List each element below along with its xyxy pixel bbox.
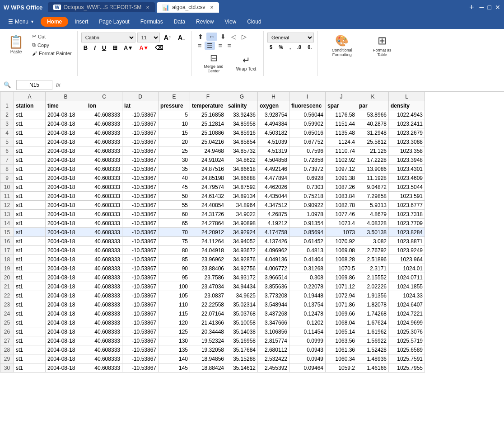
cell[interactable]: 2004-08-18 <box>46 336 86 345</box>
cell[interactable]: 40.608333 <box>86 210 122 219</box>
cell[interactable]: 1024.6407 <box>389 300 425 309</box>
cell[interactable]: 1023.4609 <box>389 174 425 183</box>
cell[interactable]: 4.492146 <box>258 165 289 174</box>
cell[interactable]: 1135.48 <box>326 128 357 137</box>
cell[interactable]: 4.137426 <box>258 237 289 246</box>
cell[interactable]: 145 <box>159 363 190 373</box>
cell[interactable]: 1073.4 <box>326 219 357 228</box>
cell[interactable]: 0.13754 <box>289 300 326 309</box>
cell[interactable]: 1060.34 <box>326 354 357 363</box>
cell[interactable]: 140 <box>159 354 190 363</box>
cell[interactable]: -10.53867 <box>122 183 159 192</box>
cell[interactable]: 24.91024 <box>190 156 226 165</box>
cell[interactable]: 40.608333 <box>86 300 122 309</box>
tab-octopus[interactable]: W Octopus_WWF...S REPORT-SM ✕ <box>48 2 155 12</box>
cell[interactable]: 1091.38 <box>326 174 357 183</box>
cell[interactable]: st1 <box>14 183 46 192</box>
col-header-j[interactable]: J <box>326 92 357 101</box>
cell[interactable]: 2004-08-18 <box>46 237 86 246</box>
cell[interactable]: 1023.6777 <box>389 201 425 210</box>
cell[interactable]: salinity <box>226 101 258 110</box>
cell[interactable]: 53.8966 <box>357 110 389 119</box>
cell[interactable]: 40.608333 <box>86 354 122 363</box>
cell[interactable]: 2004-08-18 <box>46 264 86 273</box>
cell[interactable]: 4.51319 <box>258 146 289 156</box>
cell[interactable]: 40.608333 <box>86 264 122 273</box>
cell[interactable]: st1 <box>14 119 46 128</box>
cell[interactable]: -10.53867 <box>122 363 159 373</box>
cell[interactable]: -10.53867 <box>122 345 159 354</box>
cell[interactable]: 1023.3088 <box>389 137 425 146</box>
cell[interactable]: -10.53867 <box>122 110 159 119</box>
cell[interactable]: 2004-08-18 <box>46 156 86 165</box>
col-header-l[interactable]: L <box>389 92 425 101</box>
cell[interactable]: 35.02314 <box>226 300 258 309</box>
cell[interactable]: 105 <box>159 291 190 300</box>
cell[interactable]: st1 <box>14 255 46 264</box>
cell[interactable]: 1083.84 <box>326 192 357 201</box>
cell[interactable]: 23.47034 <box>190 282 226 291</box>
indent-increase-button[interactable]: ▷ <box>239 33 249 41</box>
row-number[interactable]: 12 <box>0 201 14 210</box>
cell[interactable]: st1 <box>14 210 46 219</box>
cell[interactable]: 34.85916 <box>226 128 258 137</box>
cell[interactable]: 2004-08-18 <box>46 282 86 291</box>
cell[interactable]: 1024.33 <box>389 291 425 300</box>
cell[interactable]: 0.0943 <box>289 345 326 354</box>
row-number[interactable]: 23 <box>0 300 14 309</box>
cell[interactable]: 0.73972 <box>289 165 326 174</box>
cell[interactable]: 23.88406 <box>190 264 226 273</box>
cell[interactable]: 1065.14 <box>326 327 357 336</box>
cell[interactable]: 25.5812 <box>357 137 389 146</box>
cell[interactable]: 2004-08-18 <box>46 354 86 363</box>
cell[interactable]: -10.53867 <box>122 300 159 309</box>
cell[interactable]: station <box>14 101 46 110</box>
bold-button[interactable]: B <box>81 43 90 52</box>
cell[interactable]: 60 <box>159 210 190 219</box>
row-number[interactable]: 30 <box>0 363 14 373</box>
paste-button[interactable]: 📋 Paste <box>4 33 28 56</box>
cell[interactable]: fluorescenc <box>289 101 326 110</box>
cut-button[interactable]: ✂ Cut <box>30 33 74 40</box>
cell[interactable]: 2.680112 <box>258 345 289 354</box>
cell[interactable]: 1023.3948 <box>389 156 425 165</box>
cell[interactable]: 1110.74 <box>326 146 357 156</box>
cell[interactable]: 0.0949 <box>289 354 326 363</box>
cell[interactable]: 40.608333 <box>86 192 122 201</box>
cell[interactable]: 0.67752 <box>289 137 326 146</box>
cell[interactable]: 1023.9249 <box>389 246 425 255</box>
cell[interactable]: -10.53867 <box>122 128 159 137</box>
maximize-btn[interactable]: □ <box>488 4 491 11</box>
cell[interactable]: 24.9468 <box>190 146 226 156</box>
row-number[interactable]: 1 <box>0 101 14 110</box>
page-layout-menu-item[interactable]: Page Layout <box>94 17 134 27</box>
home-menu-item[interactable]: Home <box>41 17 68 27</box>
new-tab-btn[interactable]: + <box>469 3 474 12</box>
cell[interactable]: 1069.08 <box>326 246 357 255</box>
cell[interactable]: 40.608333 <box>86 128 122 137</box>
cell[interactable]: st1 <box>14 318 46 327</box>
cell[interactable]: 1.0978 <box>289 210 326 219</box>
cell[interactable]: -10.53867 <box>122 255 159 264</box>
row-number[interactable]: 2 <box>0 110 14 119</box>
cell[interactable]: 90 <box>159 264 190 273</box>
cell[interactable]: time <box>46 101 86 110</box>
cell[interactable]: 1.61962 <box>357 327 389 336</box>
cell[interactable]: 2004-08-18 <box>46 210 86 219</box>
format-as-table-button[interactable]: ⊞ Format as Table <box>364 33 400 59</box>
cell[interactable]: -10.53867 <box>122 273 159 282</box>
cell[interactable]: 11.1928 <box>357 174 389 183</box>
cell[interactable]: -10.53867 <box>122 318 159 327</box>
cell[interactable]: st1 <box>14 291 46 300</box>
cell[interactable]: 4.096962 <box>258 246 289 255</box>
cell[interactable]: st1 <box>14 192 46 201</box>
close-btn[interactable]: ✕ <box>495 4 500 11</box>
cell[interactable]: 35.10058 <box>226 318 258 327</box>
cell[interactable]: 1068.04 <box>326 318 357 327</box>
cell[interactable]: -10.53867 <box>122 228 159 237</box>
comma-style-button[interactable]: , <box>287 43 293 51</box>
cell[interactable]: 2004-08-18 <box>46 137 86 146</box>
cell[interactable]: st1 <box>14 300 46 309</box>
row-number[interactable]: 7 <box>0 156 14 165</box>
row-number[interactable]: 15 <box>0 228 14 237</box>
